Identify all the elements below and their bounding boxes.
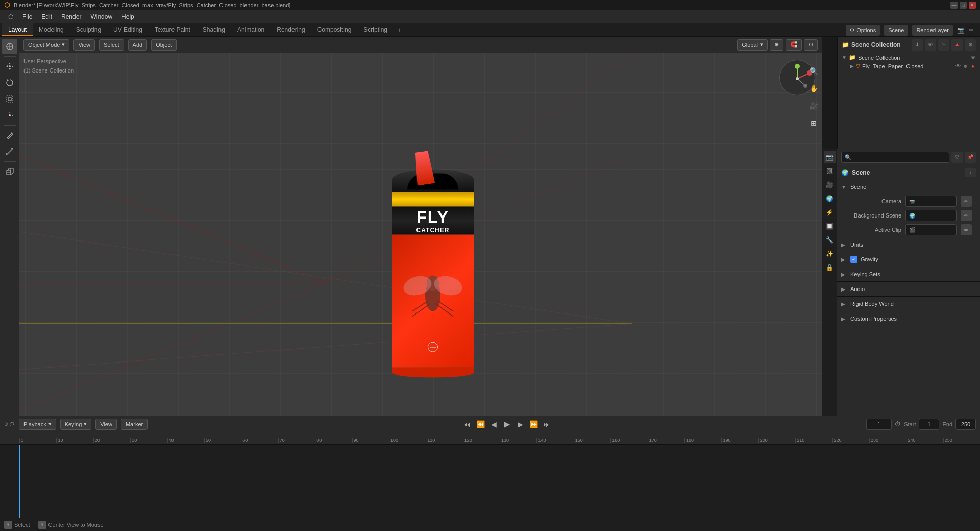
- annotate-tool[interactable]: [2, 128, 17, 143]
- prop-value-camera[interactable]: 📷: [905, 196, 957, 207]
- rotate-tool[interactable]: [2, 75, 17, 90]
- tab-shading[interactable]: Shading: [197, 23, 231, 36]
- section-header-keying-sets[interactable]: ▶ Keying Sets: [837, 267, 980, 281]
- menu-render[interactable]: Render: [57, 12, 85, 21]
- end-frame-input[interactable]: 250: [955, 419, 976, 430]
- prop-icon-physics[interactable]: 🔒: [824, 261, 836, 274]
- outliner-item-fly-tape[interactable]: ▶ ▽ Fly_Tape_Paper_Closed 👁 🖱 🔺: [838, 62, 980, 70]
- keying-button[interactable]: Keying ▾: [60, 419, 92, 430]
- render-layer-label[interactable]: RenderLayer: [916, 27, 949, 33]
- select-menu-button[interactable]: Select: [99, 39, 124, 51]
- jump-end-btn[interactable]: ⏭: [541, 419, 552, 430]
- next-frame-btn[interactable]: ▶: [514, 419, 526, 430]
- render-icon-sm[interactable]: 🔺: [970, 63, 976, 69]
- minimize-button[interactable]: —: [950, 2, 958, 9]
- section-header-rigid-body-world[interactable]: ▶ Rigid Body World: [837, 297, 980, 311]
- clip-edit-btn[interactable]: ✏: [961, 224, 972, 235]
- bg-scene-edit-btn[interactable]: ✏: [961, 210, 972, 221]
- prop-value-active-clip[interactable]: 🎬: [905, 224, 957, 235]
- tab-sculpting[interactable]: Sculpting: [70, 23, 107, 36]
- outliner-filter-btn[interactable]: ⬇: [912, 39, 923, 51]
- add-menu-button[interactable]: Add: [128, 39, 148, 51]
- proportional-edit-button[interactable]: ⊙: [804, 39, 818, 51]
- properties-search-input[interactable]: [841, 152, 949, 163]
- view-menu-button[interactable]: View: [74, 39, 95, 51]
- prop-section-scene: ▼ Scene Camera 📷 ✏ Background Scene 🌍 ✏ …: [837, 180, 980, 237]
- menu-help[interactable]: Help: [117, 12, 138, 21]
- 3d-object-fly-catcher[interactable]: FLY CATCHER: [392, 170, 474, 378]
- visibility-icon[interactable]: 👁: [955, 63, 961, 69]
- play-btn[interactable]: ▶: [501, 419, 512, 430]
- menu-edit[interactable]: Edit: [37, 12, 56, 21]
- jump-start-btn[interactable]: ⏮: [461, 419, 473, 430]
- camera-edit-btn[interactable]: ✏: [961, 196, 972, 207]
- viewport-hand-icon[interactable]: ✋: [806, 81, 821, 96]
- tab-rendering[interactable]: Rendering: [271, 23, 311, 36]
- jump-next-keyframe-btn[interactable]: ⏩: [528, 419, 539, 430]
- tab-compositing[interactable]: Compositing: [311, 23, 358, 36]
- object-menu-button[interactable]: Object: [151, 39, 177, 51]
- properties-filter-btn[interactable]: ▽: [951, 152, 963, 163]
- add-workspace-button[interactable]: +: [394, 23, 405, 36]
- select-icon[interactable]: 🖱: [963, 63, 968, 69]
- menu-file[interactable]: File: [18, 12, 36, 21]
- global-transform-button[interactable]: Global ▾: [737, 39, 768, 51]
- section-header-custom-properties[interactable]: ▶ Custom Properties: [837, 311, 980, 326]
- prop-icon-render[interactable]: 📷: [824, 151, 836, 163]
- section-header-units[interactable]: ▶ Units: [837, 237, 980, 252]
- current-frame-input[interactable]: 1: [866, 419, 892, 430]
- viewport-grid-icon[interactable]: ⊞: [806, 115, 821, 131]
- scene-selector[interactable]: Scene: [888, 27, 904, 33]
- playback-button[interactable]: Playback ▾: [19, 419, 56, 430]
- prop-value-bg-scene[interactable]: 🌍: [905, 210, 957, 221]
- view-button[interactable]: View: [95, 419, 117, 430]
- move-tool[interactable]: [2, 59, 17, 74]
- tab-layout[interactable]: Layout: [2, 23, 33, 36]
- prop-icon-scene[interactable]: 🌍: [824, 192, 836, 205]
- tab-scripting[interactable]: Scripting: [357, 23, 394, 36]
- pivot-button[interactable]: ⊕: [770, 39, 783, 51]
- prev-frame-btn[interactable]: ◀: [488, 419, 499, 430]
- section-header-gravity[interactable]: ▶ ✓ Gravity: [837, 252, 980, 267]
- outliner-icon-2[interactable]: 🖱: [938, 39, 949, 51]
- can-bottom-cap: [392, 368, 474, 378]
- section-header-scene[interactable]: ▼ Scene: [837, 180, 980, 194]
- start-frame-input[interactable]: 1: [919, 419, 939, 430]
- jump-prev-keyframe-btn[interactable]: ⏪: [475, 419, 486, 430]
- options-label[interactable]: Options: [856, 27, 876, 33]
- snap-button[interactable]: 🧲: [786, 39, 802, 51]
- tab-texture-paint[interactable]: Texture Paint: [149, 23, 197, 36]
- prop-icon-view-layer[interactable]: 🎥: [824, 179, 836, 191]
- menu-blender[interactable]: ⬡: [4, 12, 17, 21]
- outliner-item-scene-collection[interactable]: ▼ 📁 Scene Collection 👁: [838, 53, 980, 62]
- tab-modeling[interactable]: Modeling: [33, 23, 70, 36]
- prop-icon-output[interactable]: 🖼: [824, 165, 836, 177]
- prop-icon-world[interactable]: ⚡: [824, 206, 836, 219]
- properties-pin-btn[interactable]: 📌: [965, 152, 976, 163]
- gravity-checkbox[interactable]: ✓: [850, 256, 857, 263]
- prop-icon-object[interactable]: 🔲: [824, 220, 836, 232]
- scale-tool[interactable]: [2, 91, 17, 107]
- viewport-camera-icon[interactable]: 🎥: [806, 98, 821, 113]
- prop-icon-modifier[interactable]: 🔧: [824, 234, 836, 246]
- cursor-tool[interactable]: [2, 39, 17, 54]
- section-header-audio[interactable]: ▶ Audio: [837, 282, 980, 296]
- marker-button[interactable]: Marker: [121, 419, 148, 430]
- object-mode-button[interactable]: Object Mode ▾: [23, 39, 69, 51]
- maximize-button[interactable]: □: [960, 2, 967, 9]
- tab-uv-editing[interactable]: UV Editing: [107, 23, 149, 36]
- outliner-icon-1[interactable]: 👁: [925, 39, 936, 51]
- tab-animation[interactable]: Animation: [231, 23, 271, 36]
- outliner-icon-3[interactable]: 🔺: [951, 39, 963, 51]
- menu-window[interactable]: Window: [86, 12, 116, 21]
- prop-icon-particles[interactable]: ✨: [824, 248, 836, 260]
- camera-icon: 📷: [909, 199, 915, 204]
- new-scene-btn[interactable]: +: [965, 168, 976, 177]
- add-cube-tool[interactable]: [2, 164, 17, 179]
- eye-icon[interactable]: 👁: [971, 55, 976, 60]
- viewport-zoom-icon[interactable]: 🔍: [806, 63, 821, 79]
- close-button[interactable]: ✕: [969, 2, 976, 9]
- measure-tool[interactable]: [2, 144, 17, 159]
- transform-tool[interactable]: [2, 108, 17, 123]
- outliner-icon-4[interactable]: ⚙: [965, 39, 976, 51]
